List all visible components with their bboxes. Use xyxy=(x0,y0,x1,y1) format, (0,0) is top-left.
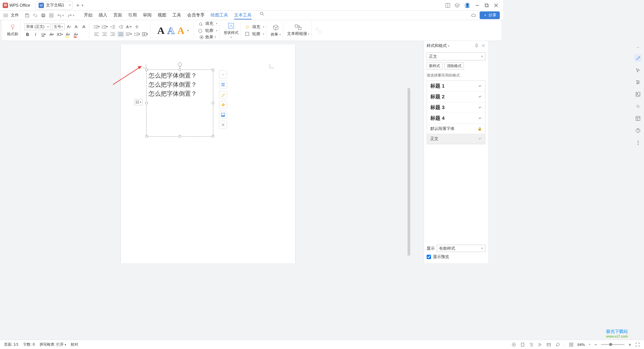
resize-handle-br[interactable] xyxy=(212,135,214,138)
text-fill-button[interactable]: 填充▾ xyxy=(198,21,217,27)
clear-format-icon[interactable]: A xyxy=(81,24,87,30)
show-preview-checkbox[interactable]: 显示预览 xyxy=(427,254,485,260)
float-collapse-button[interactable]: – xyxy=(219,70,227,79)
tab-insert[interactable]: 插入 xyxy=(99,11,107,19)
style-item-h3[interactable]: 标题 3↵ xyxy=(427,102,485,113)
shape-style-button[interactable]: 形状样式▾ xyxy=(224,22,238,39)
bullet-list-button[interactable]: ▾ xyxy=(93,24,100,30)
cloud-icon[interactable] xyxy=(471,13,476,18)
resize-handle-ml[interactable] xyxy=(145,102,148,104)
highlight-color-button[interactable]: A▾ xyxy=(65,32,71,38)
shape-fill-button[interactable]: 填充▾ xyxy=(245,24,264,30)
tab-text-tools[interactable]: 文本工具 xyxy=(234,11,252,19)
tab-close-icon[interactable]: • xyxy=(69,3,70,8)
tab-member[interactable]: 会员专享 xyxy=(187,11,205,19)
align-center-button[interactable] xyxy=(101,31,108,37)
style-a-solid-icon[interactable]: A xyxy=(157,25,165,36)
tab-review[interactable]: 审阅 xyxy=(143,11,152,19)
new-tab-button[interactable]: + xyxy=(76,2,79,8)
style-item-default-font[interactable]: 默认段落字体🔒 xyxy=(427,124,485,134)
increase-font-icon[interactable]: A+ xyxy=(66,24,72,30)
distribute-button[interactable]: ▾ xyxy=(125,31,132,37)
clear-format-button[interactable]: 清除格式 xyxy=(444,62,464,69)
text-styles-gallery[interactable]: A A A ▾ xyxy=(155,25,192,36)
tab-start[interactable]: 开始 xyxy=(84,11,93,19)
new-style-button[interactable]: 新样式 xyxy=(427,62,442,69)
text-outline-button[interactable]: 轮廓▾ xyxy=(198,28,217,34)
cube-icon[interactable] xyxy=(455,3,460,8)
style-item-h1[interactable]: 标题 1↵ xyxy=(427,81,485,92)
decrease-font-icon[interactable]: A- xyxy=(73,24,79,30)
undo-button[interactable]: ▾ xyxy=(57,13,64,18)
resize-handle-mr[interactable] xyxy=(212,102,214,104)
shape-outline-button[interactable]: 轮廓▾ xyxy=(245,31,264,37)
resize-handle-bl[interactable] xyxy=(145,135,148,138)
float-edit-button[interactable] xyxy=(219,91,227,99)
number-list-button[interactable]: 123▾ xyxy=(101,24,108,30)
vertical-align-button[interactable] xyxy=(133,24,140,30)
textbox-link-button[interactable]: 文本框链接 ▾ xyxy=(287,24,309,37)
document-viewport[interactable]: 回▾ 怎么把字体倒置？ 怎么把字体倒置？ 怎么把字体倒置？ – xyxy=(0,41,424,263)
text-box[interactable]: 怎么把字体倒置？ 怎么把字体倒置？ 怎么把字体倒置？ xyxy=(146,69,213,137)
tab-draw-tools[interactable]: 绘图工具 xyxy=(211,11,228,19)
strike-button[interactable]: A▾ xyxy=(49,32,55,38)
tab-ref[interactable]: 引用 xyxy=(128,11,137,19)
resize-handle-tm[interactable] xyxy=(178,68,181,71)
close-panel-icon[interactable] xyxy=(481,44,485,48)
underline-button[interactable]: U▾ xyxy=(41,32,47,38)
font-color-button[interactable]: A▾ xyxy=(73,32,79,38)
bold-button[interactable]: B xyxy=(24,32,31,38)
text-direction-button[interactable]: A↕▾ xyxy=(125,24,132,30)
pin-icon[interactable] xyxy=(475,44,479,48)
resize-handle-bm[interactable] xyxy=(178,135,181,138)
line-spacing-button[interactable]: ▾ xyxy=(133,31,140,37)
page[interactable]: 回▾ 怎么把字体倒置？ 怎么把字体倒置？ 怎么把字体倒置？ – xyxy=(121,44,295,263)
user-avatar-icon[interactable]: 👤 xyxy=(464,2,470,8)
print-preview-icon[interactable] xyxy=(49,13,54,18)
style-item-h4[interactable]: 标题 4↵ xyxy=(427,113,485,124)
float-fill-button[interactable] xyxy=(219,101,227,109)
align-justify-button[interactable] xyxy=(117,31,124,37)
text-box-content[interactable]: 怎么把字体倒置？ 怎么把字体倒置？ 怎么把字体倒置？ xyxy=(147,70,213,100)
maximize-icon[interactable] xyxy=(484,3,489,8)
resize-handle-tr[interactable] xyxy=(212,68,214,71)
align-right-button[interactable] xyxy=(109,31,116,37)
resize-handle-tl[interactable] xyxy=(145,68,148,71)
align-left-button[interactable] xyxy=(93,31,100,37)
tab-menu-chevron-icon[interactable]: ▾ xyxy=(82,3,84,8)
minimize-icon[interactable] xyxy=(475,3,480,8)
style-gallery-chevron-icon[interactable]: ▾ xyxy=(187,29,189,32)
layout-icon[interactable] xyxy=(445,3,450,8)
style-a-outline-icon[interactable]: A xyxy=(167,25,175,36)
share-button[interactable]: 分享 xyxy=(480,11,500,19)
text-effect-button[interactable]: 效果▾ xyxy=(199,34,216,40)
display-mode-select[interactable]: 有效样式▾ xyxy=(437,245,485,252)
float-more-button[interactable] xyxy=(219,121,227,129)
font-size-select[interactable]: 五号▾ xyxy=(52,23,65,30)
link-icon[interactable] xyxy=(33,13,38,18)
hamburger-icon[interactable] xyxy=(3,13,8,17)
break-link-icon[interactable] xyxy=(316,28,322,34)
search-icon[interactable] xyxy=(260,11,264,16)
tab-page[interactable]: 页面 xyxy=(113,11,122,19)
superscript-button[interactable]: X2▾ xyxy=(57,32,63,38)
style-item-body[interactable]: 正文↵ xyxy=(427,134,485,144)
print-icon[interactable] xyxy=(41,13,46,18)
italic-button[interactable]: I xyxy=(33,32,39,38)
scroll-thumb[interactable] xyxy=(408,88,410,256)
tab-view[interactable]: 视图 xyxy=(158,11,166,19)
increase-indent-button[interactable] xyxy=(117,24,124,30)
file-menu[interactable]: 文件 xyxy=(11,12,19,18)
float-image-button[interactable] xyxy=(219,111,227,119)
float-wrap-button[interactable] xyxy=(219,81,227,89)
vertical-scrollbar[interactable] xyxy=(408,88,411,250)
font-name-select[interactable]: 宋体 (正文)▾ xyxy=(24,23,51,30)
style-a-gradient-icon[interactable]: A xyxy=(177,25,184,36)
format-painter-button[interactable]: 格式刷 xyxy=(7,24,18,37)
current-style-select[interactable]: 正文▾ xyxy=(427,52,485,60)
document-tab[interactable]: W 文字文稿1 • xyxy=(36,1,73,10)
decrease-indent-button[interactable] xyxy=(109,24,116,30)
redo-button[interactable]: ▾ xyxy=(67,13,74,18)
columns-button[interactable]: ▾ xyxy=(142,31,148,37)
anchor-indicator[interactable]: 回▾ xyxy=(134,99,143,105)
